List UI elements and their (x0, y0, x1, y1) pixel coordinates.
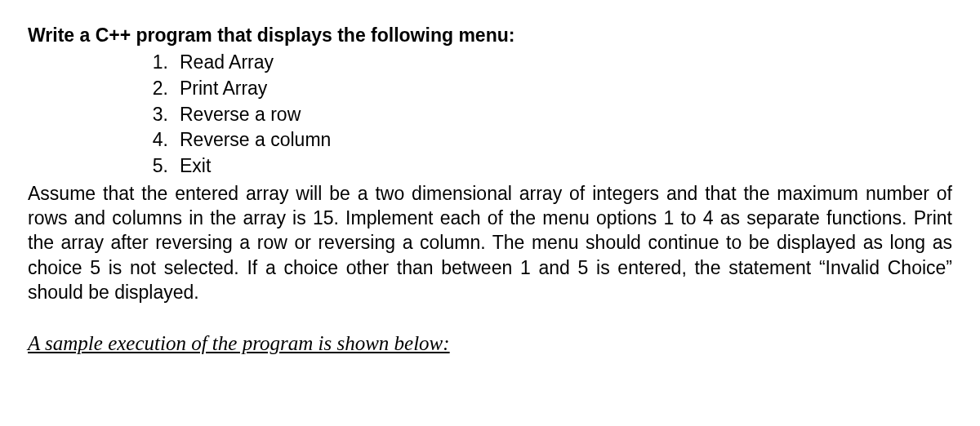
menu-item-number: 2. (149, 76, 180, 102)
problem-description: Assume that the entered array will be a … (28, 181, 952, 305)
menu-item-number: 5. (149, 153, 180, 180)
menu-item-label: Reverse a row (180, 102, 301, 128)
menu-item-number: 3. (149, 102, 180, 128)
menu-item: 4. Reverse a column (149, 127, 952, 153)
menu-item: 3. Reverse a row (149, 102, 952, 128)
sample-execution-label: A sample execution of the program is sho… (28, 330, 952, 357)
menu-item: 1. Read Array (149, 50, 952, 76)
menu-item-label: Reverse a column (180, 127, 331, 153)
menu-item: 5. Exit (149, 153, 952, 180)
menu-item-label: Print Array (180, 76, 267, 102)
problem-heading: Write a C++ program that displays the fo… (28, 23, 952, 48)
menu-item-label: Exit (180, 153, 211, 180)
menu-item: 2. Print Array (149, 76, 952, 102)
menu-item-number: 1. (149, 50, 180, 76)
menu-item-label: Read Array (180, 50, 274, 76)
menu-item-number: 4. (149, 127, 180, 153)
menu-list: 1. Read Array 2. Print Array 3. Reverse … (149, 50, 952, 180)
